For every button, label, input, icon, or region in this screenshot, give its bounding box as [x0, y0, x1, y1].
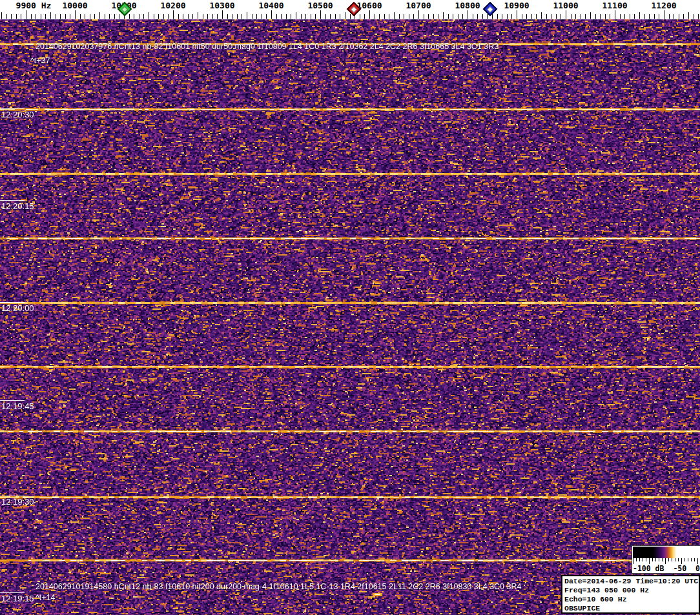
marker-diamond-blue-center-dot: [487, 6, 493, 13]
colorbar-label-min: -100 dB: [633, 564, 664, 573]
marker-diamond-blue[interactable]: [483, 2, 498, 17]
freq-tick: [31, 14, 32, 19]
freq-tick: [438, 14, 438, 19]
freq-tick: [664, 10, 664, 19]
freq-tick: [56, 14, 56, 19]
freq-tick: [624, 14, 625, 19]
freq-tick: [143, 14, 144, 19]
colorbar-legend: -100 dB -50 0: [632, 545, 700, 574]
freq-tick: [458, 14, 458, 19]
freq-axis-label: 10200: [160, 1, 185, 10]
freq-tick: [281, 14, 282, 19]
freq-tick: [595, 14, 596, 19]
time-tick: [0, 108, 25, 109]
freq-tick: [468, 10, 468, 19]
freq-tick: [345, 12, 345, 19]
freq-tick: [350, 14, 351, 19]
freq-tick: [418, 10, 419, 19]
freq-tick: [649, 14, 650, 19]
freq-tick: [99, 12, 100, 19]
freq-tick: [192, 14, 193, 19]
freq-tick: [654, 14, 655, 19]
spectrogram-canvas[interactable]: [0, 19, 700, 615]
freq-tick: [286, 14, 287, 19]
freq-tick: [473, 14, 473, 19]
time-tick: [0, 302, 25, 303]
colorbar-label-mid: -50: [673, 564, 686, 573]
freq-tick: [11, 14, 12, 19]
freq-tick: [75, 10, 76, 19]
time-label: 12:19:15: [1, 594, 34, 603]
time-label: 12:20:00: [1, 303, 34, 313]
info-frequency: Freq=143 050 000 Hz: [564, 586, 697, 595]
freq-axis-label: 11100: [602, 1, 627, 10]
freq-tick: [105, 14, 105, 19]
freq-tick: [65, 14, 66, 19]
freq-tick: [522, 14, 522, 19]
freq-tick: [119, 14, 119, 19]
info-echo: Echo=10 600 Hz: [564, 595, 697, 604]
freq-tick: [615, 10, 615, 19]
freq-tick: [424, 14, 424, 19]
freq-tick: [247, 12, 247, 19]
freq-tick: [620, 14, 621, 19]
freq-tick: [462, 14, 463, 19]
freq-tick: [369, 10, 370, 19]
freq-tick: [674, 14, 674, 19]
freq-tick: [85, 14, 85, 19]
time-label: 12:19:30: [1, 497, 34, 507]
freq-tick: [575, 14, 576, 19]
freq-tick: [41, 14, 41, 19]
freq-tick: [482, 14, 483, 19]
freq-axis-label: 10400: [258, 1, 283, 10]
freq-tick: [305, 14, 306, 19]
freq-tick: [232, 14, 232, 19]
freq-tick: [134, 14, 134, 19]
freq-axis-label: 10900: [504, 1, 529, 10]
freq-tick: [256, 14, 257, 19]
freq-tick: [413, 14, 414, 19]
freq-tick: [94, 14, 95, 19]
freq-tick: [541, 12, 542, 19]
freq-tick: [26, 10, 26, 19]
freq-tick: [109, 14, 110, 19]
freq-tick: [203, 14, 203, 19]
freq-tick: [360, 14, 360, 19]
freq-tick: [207, 14, 208, 19]
freq-tick: [139, 14, 139, 19]
freq-tick: [375, 14, 375, 19]
freq-tick: [477, 14, 478, 19]
freq-tick: [21, 14, 21, 19]
freq-tick: [517, 10, 517, 19]
freq-tick: [443, 12, 444, 19]
freq-tick: [340, 14, 340, 19]
freq-tick: [453, 14, 453, 19]
freq-tick: [173, 10, 174, 19]
freq-axis-label: 10000: [62, 1, 87, 10]
freq-tick: [45, 14, 46, 19]
time-label: 12:20:30: [1, 110, 34, 119]
freq-tick: [644, 14, 645, 19]
freq-tick: [330, 14, 331, 19]
freq-tick: [158, 14, 159, 19]
freq-tick: [70, 14, 70, 19]
freq-tick: [590, 12, 591, 19]
freq-tick: [80, 14, 81, 19]
freq-tick: [428, 14, 429, 19]
freq-tick: [114, 14, 115, 19]
freq-tick: [556, 14, 557, 19]
freq-tick: [222, 10, 223, 19]
freq-tick: [404, 14, 404, 19]
info-station: OBSUPICE: [564, 604, 697, 613]
freq-tick: [291, 14, 291, 19]
freq-tick: [502, 14, 502, 19]
freq-tick: [487, 14, 488, 19]
freq-tick: [227, 14, 228, 19]
freq-tick: [384, 14, 385, 19]
freq-tick: [276, 14, 277, 19]
freq-tick: [320, 10, 321, 19]
freq-tick: [296, 12, 296, 19]
marker-diamond-green-center-dot: [121, 6, 128, 13]
freq-tick: [335, 14, 336, 19]
freq-tick: [266, 14, 267, 19]
